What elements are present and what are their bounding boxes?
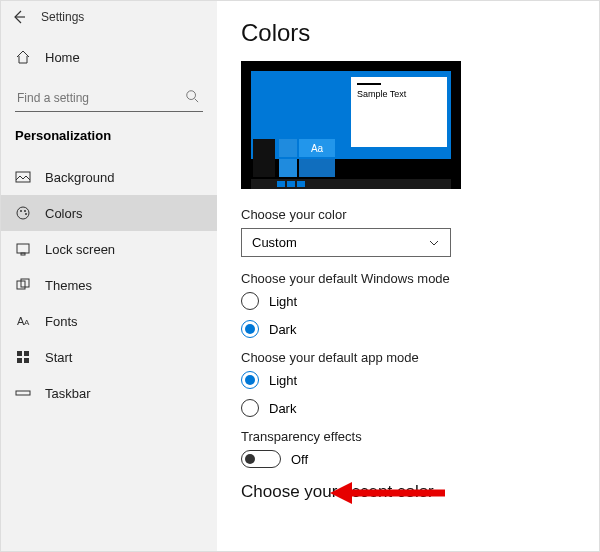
transparency-label: Transparency effects <box>241 429 575 444</box>
settings-window: Settings Home Personalization Backg <box>0 0 600 552</box>
lock-screen-icon <box>15 241 31 257</box>
sidebar-item-start[interactable]: Start <box>1 339 217 375</box>
home-nav-item[interactable]: Home <box>1 39 217 75</box>
svg-point-3 <box>20 210 22 212</box>
back-button[interactable] <box>5 3 33 31</box>
sidebar-item-colors[interactable]: Colors <box>1 195 217 231</box>
svg-rect-12 <box>17 351 22 356</box>
preview-tile-aa: Aa <box>299 139 335 157</box>
home-label: Home <box>45 50 80 65</box>
preview-window: Sample Text <box>351 77 447 147</box>
choose-color-dropdown[interactable]: Custom <box>241 228 451 257</box>
sidebar-item-label: Background <box>45 170 114 185</box>
choose-color-label: Choose your color <box>241 207 575 222</box>
svg-point-2 <box>17 207 29 219</box>
search-input[interactable] <box>15 85 203 112</box>
annotation-arrow <box>330 478 450 508</box>
radio-label: Light <box>269 294 297 309</box>
sidebar-item-fonts[interactable]: AA Fonts <box>1 303 217 339</box>
sidebar-item-label: Start <box>45 350 72 365</box>
chevron-down-icon <box>428 237 440 249</box>
palette-icon <box>15 205 31 221</box>
svg-rect-7 <box>21 253 25 255</box>
windows-mode-dark-radio[interactable]: Dark <box>241 320 575 338</box>
nav-list: Background Colors Lock screen Themes AA … <box>1 153 217 417</box>
nav-top: Home <box>1 33 217 81</box>
app-mode-dark-radio[interactable]: Dark <box>241 399 575 417</box>
svg-rect-15 <box>24 358 29 363</box>
color-preview: Aa Sample Text <box>241 61 461 189</box>
back-arrow-icon <box>11 9 27 25</box>
sidebar: Settings Home Personalization Backg <box>1 1 217 551</box>
preview-tile <box>279 139 297 157</box>
svg-rect-16 <box>16 391 30 395</box>
start-icon <box>15 349 31 365</box>
main-content: Colors Aa Sample Text Choose your color … <box>217 1 599 551</box>
category-header: Personalization <box>1 122 217 153</box>
preview-tile <box>279 159 297 177</box>
svg-point-0 <box>187 91 196 100</box>
search-icon <box>185 89 199 103</box>
svg-point-4 <box>24 210 26 212</box>
sidebar-item-themes[interactable]: Themes <box>1 267 217 303</box>
radio-label: Light <box>269 373 297 388</box>
dropdown-value: Custom <box>252 235 297 250</box>
picture-icon <box>15 169 31 185</box>
app-mode-light-radio[interactable]: Light <box>241 371 575 389</box>
svg-rect-6 <box>17 244 29 253</box>
sidebar-item-label: Themes <box>45 278 92 293</box>
sidebar-item-background[interactable]: Background <box>1 159 217 195</box>
preview-sample-text: Sample Text <box>357 89 447 99</box>
radio-icon <box>241 292 259 310</box>
svg-rect-1 <box>16 172 30 182</box>
radio-label: Dark <box>269 401 296 416</box>
sidebar-item-label: Lock screen <box>45 242 115 257</box>
home-icon <box>15 49 31 65</box>
taskbar-icon <box>15 385 31 401</box>
windows-mode-label: Choose your default Windows mode <box>241 271 575 286</box>
app-mode-label: Choose your default app mode <box>241 350 575 365</box>
sidebar-item-taskbar[interactable]: Taskbar <box>1 375 217 411</box>
transparency-value: Off <box>291 452 308 467</box>
radio-icon <box>241 371 259 389</box>
svg-point-5 <box>25 213 27 215</box>
preview-window-bar <box>357 83 381 85</box>
transparency-row: Off <box>241 450 575 468</box>
fonts-icon: AA <box>15 313 31 329</box>
windows-mode-group: Light Dark <box>241 292 575 338</box>
svg-rect-13 <box>24 351 29 356</box>
sidebar-item-label: Fonts <box>45 314 78 329</box>
toggle-knob <box>245 454 255 464</box>
sidebar-item-lock-screen[interactable]: Lock screen <box>1 231 217 267</box>
themes-icon <box>15 277 31 293</box>
svg-text:A: A <box>24 318 30 327</box>
transparency-toggle[interactable] <box>241 450 281 468</box>
preview-start-menu <box>253 139 275 177</box>
sidebar-item-label: Taskbar <box>45 386 91 401</box>
radio-icon <box>241 320 259 338</box>
search-container <box>1 81 217 122</box>
preview-tiles: Aa <box>279 139 335 177</box>
app-mode-group: Light Dark <box>241 371 575 417</box>
titlebar: Settings <box>1 1 217 33</box>
page-title: Colors <box>241 19 575 47</box>
preview-tile <box>299 159 335 177</box>
sidebar-item-label: Colors <box>45 206 83 221</box>
windows-mode-light-radio[interactable]: Light <box>241 292 575 310</box>
radio-label: Dark <box>269 322 296 337</box>
app-title: Settings <box>41 10 84 24</box>
preview-task-icons <box>277 181 305 187</box>
radio-icon <box>241 399 259 417</box>
svg-rect-14 <box>17 358 22 363</box>
